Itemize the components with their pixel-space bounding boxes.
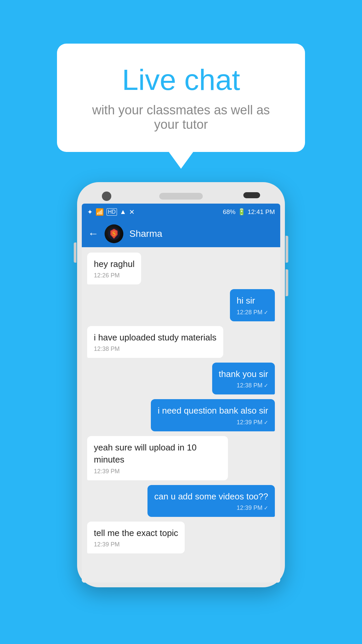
message-time: 12:28 PM ✓ [237, 309, 268, 316]
battery-percent: 68% [223, 208, 236, 216]
checkmark-icon: ✓ [264, 309, 268, 316]
back-button[interactable]: ← [88, 227, 99, 240]
message-time: 12:38 PM [94, 345, 217, 353]
message-text: hi sir [237, 294, 268, 307]
checkmark-icon: ✓ [264, 419, 268, 426]
message-time: 12:39 PM ✓ [154, 504, 268, 512]
app-bar: ← S Sharma [82, 220, 280, 247]
message-msg5: i need question bank also sir12:39 PM ✓ [151, 399, 275, 431]
message-time: 12:38 PM ✓ [219, 382, 268, 389]
power-button-right [286, 236, 288, 263]
svg-text:S: S [112, 230, 116, 237]
message-msg6: yeah sure will upload in 10 minutes12:39… [87, 436, 228, 480]
battery-icon: 🔋 [238, 208, 246, 216]
message-msg3: i have uploaded study materials12:38 PM [87, 326, 223, 358]
contact-name: Sharma [129, 228, 162, 239]
bubble-title: Live chat [80, 64, 282, 96]
signal-icon: 📶 [96, 208, 104, 216]
phone-screen: ✦ 📶 HD ▲ ✕ 68% 🔋 12:41 PM ← [82, 204, 280, 583]
hd-icon: HD [107, 208, 117, 216]
message-time: 12:39 PM [94, 541, 178, 548]
message-msg1: hey raghul12:26 PM [87, 253, 141, 284]
status-left-icons: ✦ 📶 HD ▲ ✕ [87, 208, 135, 216]
network-icon: ✕ [129, 208, 135, 216]
message-text: can u add some videos too?? [154, 490, 268, 502]
speech-bubble-card: Live chat with your classmates as well a… [57, 44, 305, 152]
message-text: thank you sir [219, 368, 268, 380]
wifi-icon: ▲ [120, 208, 126, 216]
home-sensor [243, 192, 260, 198]
speaker-icon [159, 193, 203, 200]
message-msg2: hi sir12:28 PM ✓ [230, 289, 275, 321]
message-msg8: tell me the exact topic12:39 PM [87, 522, 185, 553]
message-msg7: can u add some videos too??12:39 PM ✓ [147, 485, 275, 517]
message-text: tell me the exact topic [94, 527, 178, 539]
message-text: hey raghul [94, 258, 134, 270]
status-right-info: 68% 🔋 12:41 PM [223, 208, 275, 216]
camera-icon [102, 192, 111, 201]
volume-button-left [74, 243, 76, 263]
chat-area: hey raghul12:26 PMhi sir12:28 PM ✓i have… [82, 247, 280, 583]
bubble-subtitle: with your classmates as well as your tut… [80, 103, 282, 132]
bluetooth-icon: ✦ [87, 208, 93, 216]
avatar: S [105, 224, 123, 243]
checkmark-icon: ✓ [264, 382, 268, 389]
clock: 12:41 PM [248, 208, 275, 216]
message-msg4: thank you sir12:38 PM ✓ [212, 363, 275, 394]
volume-button-right [286, 269, 288, 296]
message-time: 12:26 PM [94, 272, 134, 279]
message-time: 12:39 PM [94, 468, 221, 475]
phone-top-bar [82, 187, 280, 204]
phone-mockup: ✦ 📶 HD ▲ ✕ 68% 🔋 12:41 PM ← [77, 182, 285, 587]
checkmark-icon: ✓ [264, 505, 268, 511]
phone-outer: ✦ 📶 HD ▲ ✕ 68% 🔋 12:41 PM ← [77, 182, 285, 587]
message-text: i need question bank also sir [158, 405, 268, 417]
status-bar: ✦ 📶 HD ▲ ✕ 68% 🔋 12:41 PM [82, 204, 280, 220]
message-text: i have uploaded study materials [94, 331, 217, 343]
message-text: yeah sure will upload in 10 minutes [94, 441, 221, 466]
message-time: 12:39 PM ✓ [158, 419, 268, 426]
